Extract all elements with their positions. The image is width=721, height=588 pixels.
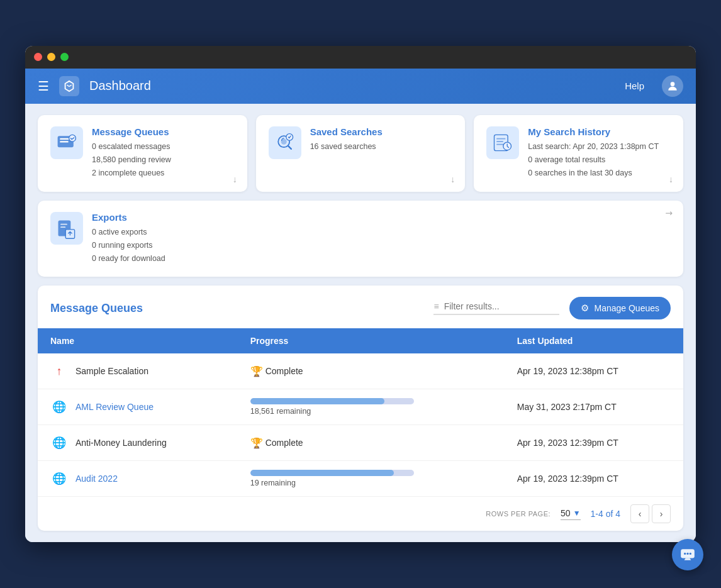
exports-card-title: Exports — [92, 212, 165, 223]
svg-point-19 — [686, 553, 688, 555]
exports-card-text: 0 active exports 0 running exports 0 rea… — [92, 226, 165, 266]
progress-label: Complete — [265, 438, 303, 448]
message-queues-card-icon — [50, 126, 83, 159]
user-avatar[interactable] — [662, 75, 683, 97]
chatbot-button[interactable] — [672, 539, 703, 570]
filter-icon: ≡ — [433, 301, 439, 311]
next-page-button[interactable]: › — [652, 504, 671, 523]
col-name: Name — [38, 328, 238, 353]
rows-dropdown-arrow-icon: ▼ — [573, 509, 581, 518]
table-row: 🌐Anti-Money Laundering 🏆Complete Apr 19,… — [38, 425, 683, 461]
progress-cell: 18,561 remaining — [238, 389, 505, 425]
escalation-icon: ↑ — [50, 362, 68, 380]
saved-searches-card[interactable]: Saved Searches 16 saved searches ↓ — [256, 115, 466, 192]
message-queues-card-title: Message Queues — [92, 126, 171, 137]
header: ☰ Dashboard Help — [25, 69, 696, 104]
exports-card-expand-icon: ↗ — [663, 207, 676, 219]
queue-name: Anti-Money Laundering — [75, 438, 167, 448]
queues-table: Name Progress Last Updated ↑Sample Escal… — [38, 328, 683, 496]
exports-row: Exports 0 active exports 0 running expor… — [38, 201, 683, 277]
svg-rect-16 — [60, 226, 65, 228]
name-cell: 🌐Audit 2022 — [38, 461, 238, 497]
name-cell: 🌐Anti-Money Laundering — [38, 425, 238, 461]
prev-page-button[interactable]: ‹ — [630, 504, 649, 523]
name-cell: 🌐AML Review Queue — [38, 389, 238, 425]
search-history-card-arrow: ↓ — [669, 174, 673, 184]
col-progress: Progress — [238, 328, 505, 353]
search-history-card-icon — [486, 126, 519, 159]
saved-searches-card-arrow: ↓ — [450, 174, 455, 184]
saved-searches-card-text: 16 saved searches — [310, 140, 383, 153]
manage-queues-label: Manage Queues — [594, 303, 659, 313]
manage-queues-icon: ⚙ — [581, 302, 589, 314]
manage-queues-button[interactable]: ⚙ Manage Queues — [569, 297, 671, 319]
progress-bar-fill — [250, 398, 384, 404]
message-queues-card-text: 0 escalated messages 18,580 pending revi… — [92, 140, 171, 180]
exports-card-content: Exports 0 active exports 0 running expor… — [92, 212, 165, 266]
globe-icon: 🌐 — [50, 398, 68, 416]
last-updated-cell: May 31, 2023 2:17pm CT — [505, 389, 683, 425]
svg-point-20 — [690, 553, 691, 555]
message-queues-card-arrow: ↓ — [233, 174, 237, 184]
queues-header: Message Queues ≡ ⚙ Manage Queues — [38, 286, 683, 328]
queues-section-title: Message Queues — [50, 302, 423, 315]
pagination: ROWS PER PAGE: 50 ▼ 1-4 of 4 ‹ › — [38, 496, 683, 531]
progress-label: Complete — [265, 366, 303, 376]
svg-point-18 — [684, 553, 686, 555]
filter-input-wrap[interactable]: ≡ — [433, 301, 559, 315]
name-cell: ↑Sample Escalation — [38, 353, 238, 389]
rows-per-page-value: 50 — [561, 508, 571, 518]
rows-per-page-select[interactable]: 50 ▼ — [561, 508, 580, 520]
saved-searches-card-icon — [269, 126, 301, 159]
last-updated-cell: Apr 19, 2023 12:39pm CT — [505, 425, 683, 461]
filter-input[interactable] — [444, 301, 532, 311]
progress-cell: 19 remaining — [238, 461, 505, 497]
queue-name-link[interactable]: AML Review Queue — [75, 402, 154, 412]
svg-rect-15 — [60, 223, 67, 225]
message-queues-card[interactable]: Message Queues 0 escalated messages 18,5… — [38, 115, 247, 192]
trophy-icon: 🏆 — [250, 365, 263, 377]
queue-name-link[interactable]: Audit 2022 — [75, 474, 118, 484]
progress-bar-bg — [250, 398, 414, 404]
queues-table-header: Name Progress Last Updated — [38, 328, 683, 353]
queues-table-body: ↑Sample Escalation 🏆Complete Apr 19, 202… — [38, 353, 683, 496]
progress-cell: 🏆Complete — [238, 425, 505, 461]
main-content: Message Queues 0 escalated messages 18,5… — [25, 104, 696, 543]
progress-remaining: 19 remaining — [250, 479, 492, 487]
hamburger-menu-icon[interactable]: ☰ — [38, 79, 49, 94]
app-logo — [59, 76, 79, 96]
help-link[interactable]: Help — [625, 80, 644, 91]
page-title: Dashboard — [89, 79, 615, 93]
col-last-updated: Last Updated — [505, 328, 683, 353]
search-history-card-content: My Search History Last search: Apr 20, 2… — [528, 126, 659, 180]
table-row: ↑Sample Escalation 🏆Complete Apr 19, 202… — [38, 353, 683, 389]
progress-bar-wrap: 18,561 remaining — [250, 398, 492, 416]
globe-icon: 🌐 — [50, 470, 68, 487]
progress-bar-fill — [250, 470, 394, 476]
table-row: 🌐AML Review Queue 18,561 remaining May 3… — [38, 389, 683, 425]
close-dot[interactable] — [34, 53, 42, 61]
progress-complete: 🏆Complete — [250, 365, 492, 377]
svg-rect-3 — [60, 141, 69, 142]
queues-table-wrap: Name Progress Last Updated ↑Sample Escal… — [38, 328, 683, 496]
exports-card[interactable]: Exports 0 active exports 0 running expor… — [38, 201, 683, 277]
progress-cell: 🏆Complete — [238, 353, 505, 389]
maximize-dot[interactable] — [60, 53, 69, 61]
queue-name: Sample Escalation — [75, 366, 148, 376]
svg-point-0 — [671, 82, 675, 86]
exports-card-icon — [50, 212, 83, 245]
message-queues-section: Message Queues ≡ ⚙ Manage Queues Name Pr… — [38, 286, 683, 531]
progress-bar-wrap: 19 remaining — [250, 470, 492, 487]
progress-bar-bg — [250, 470, 414, 476]
trophy-icon: 🏆 — [250, 437, 263, 449]
progress-remaining: 18,561 remaining — [250, 407, 492, 416]
svg-rect-9 — [496, 138, 505, 140]
rows-per-page-label: ROWS PER PAGE: — [486, 510, 551, 518]
saved-searches-card-title: Saved Searches — [310, 126, 383, 137]
page-navigation: ‹ › — [630, 504, 671, 523]
search-history-card-title: My Search History — [528, 126, 659, 137]
search-history-card[interactable]: My Search History Last search: Apr 20, 2… — [474, 115, 683, 192]
title-bar — [25, 46, 696, 69]
page-info: 1-4 of 4 — [591, 509, 620, 519]
minimize-dot[interactable] — [47, 53, 55, 61]
